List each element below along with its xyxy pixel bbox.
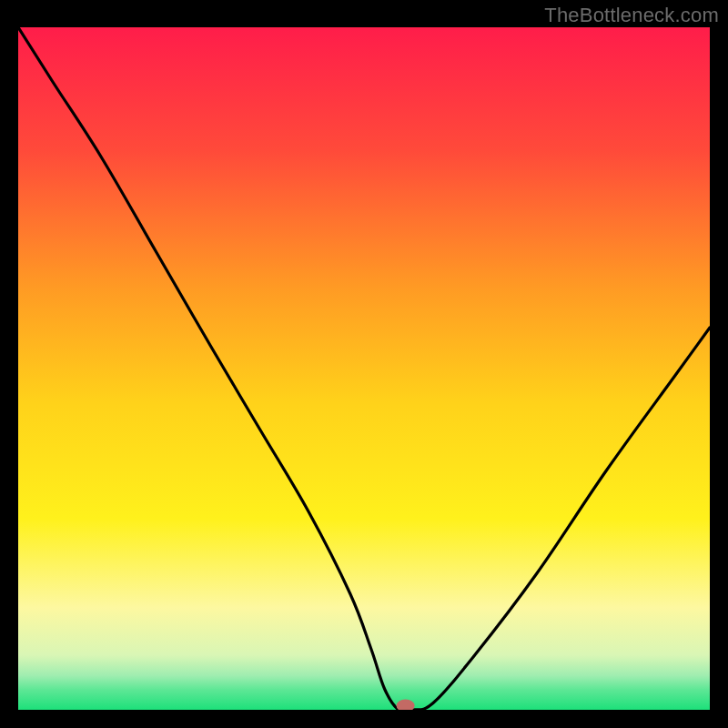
plot-area: [18, 27, 710, 710]
chart-frame: TheBottleneck.com: [0, 0, 728, 728]
bottleneck-chart: [18, 27, 710, 710]
watermark-text: TheBottleneck.com: [544, 4, 719, 27]
gradient-background: [18, 27, 710, 710]
